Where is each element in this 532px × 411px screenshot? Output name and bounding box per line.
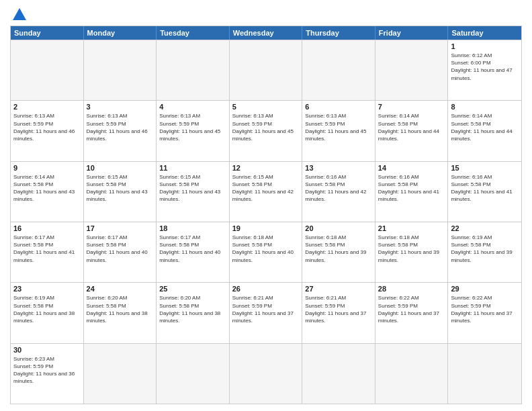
day-info: Sunrise: 6:16 AMSunset: 5:58 PMDaylight:… bbox=[451, 173, 519, 203]
day-number: 14 bbox=[378, 164, 445, 172]
calendar-cell: 22Sunrise: 6:19 AMSunset: 5:58 PMDayligh… bbox=[448, 222, 521, 282]
calendar-row: 30Sunrise: 6:23 AMSunset: 5:59 PMDayligh… bbox=[11, 343, 521, 404]
day-info: Sunrise: 6:20 AMSunset: 5:58 PMDaylight:… bbox=[159, 294, 226, 324]
calendar-row: 9Sunrise: 6:14 AMSunset: 5:58 PMDaylight… bbox=[11, 161, 521, 222]
day-info: Sunrise: 6:22 AMSunset: 5:59 PMDaylight:… bbox=[378, 294, 445, 324]
calendar-cell bbox=[157, 40, 230, 100]
day-number: 7 bbox=[378, 103, 445, 111]
calendar-cell: 6Sunrise: 6:13 AMSunset: 5:59 PMDaylight… bbox=[302, 101, 375, 161]
calendar-cell: 1Sunrise: 6:12 AMSunset: 6:00 PMDaylight… bbox=[448, 40, 521, 100]
calendar-cell: 11Sunrise: 6:15 AMSunset: 5:58 PMDayligh… bbox=[157, 162, 230, 222]
calendar-cell: 16Sunrise: 6:17 AMSunset: 5:58 PMDayligh… bbox=[11, 222, 84, 282]
calendar-cell bbox=[157, 344, 230, 404]
day-number: 11 bbox=[159, 164, 226, 172]
calendar-cell bbox=[302, 40, 375, 100]
day-number: 24 bbox=[87, 285, 154, 293]
calendar-cell: 27Sunrise: 6:21 AMSunset: 5:59 PMDayligh… bbox=[302, 283, 375, 342]
calendar-cell: 13Sunrise: 6:16 AMSunset: 5:58 PMDayligh… bbox=[302, 162, 375, 222]
day-info: Sunrise: 6:15 AMSunset: 5:58 PMDaylight:… bbox=[159, 173, 226, 203]
day-number: 9 bbox=[13, 164, 81, 172]
day-number: 12 bbox=[232, 164, 300, 172]
day-number: 6 bbox=[305, 103, 372, 111]
day-number: 8 bbox=[451, 103, 519, 111]
day-info: Sunrise: 6:20 AMSunset: 5:58 PMDaylight:… bbox=[87, 294, 154, 324]
calendar-cell: 15Sunrise: 6:16 AMSunset: 5:58 PMDayligh… bbox=[448, 162, 521, 222]
svg-marker-0 bbox=[13, 8, 26, 20]
calendar-cell: 4Sunrise: 6:13 AMSunset: 5:59 PMDaylight… bbox=[157, 101, 230, 161]
calendar-cell: 26Sunrise: 6:21 AMSunset: 5:59 PMDayligh… bbox=[230, 283, 303, 342]
header bbox=[10, 7, 522, 20]
day-number: 13 bbox=[305, 164, 372, 172]
calendar-cell: 23Sunrise: 6:19 AMSunset: 5:58 PMDayligh… bbox=[11, 283, 84, 342]
calendar-cell: 20Sunrise: 6:18 AMSunset: 5:58 PMDayligh… bbox=[302, 222, 375, 282]
day-info: Sunrise: 6:17 AMSunset: 5:58 PMDaylight:… bbox=[159, 234, 226, 264]
cal-header-cell: Saturday bbox=[448, 26, 521, 40]
day-info: Sunrise: 6:13 AMSunset: 5:59 PMDaylight:… bbox=[232, 112, 300, 142]
calendar-cell: 8Sunrise: 6:14 AMSunset: 5:58 PMDaylight… bbox=[448, 101, 521, 161]
cal-header-cell: Monday bbox=[84, 26, 157, 40]
calendar-row: 1Sunrise: 6:12 AMSunset: 6:00 PMDaylight… bbox=[11, 40, 521, 100]
day-info: Sunrise: 6:12 AMSunset: 6:00 PMDaylight:… bbox=[451, 52, 519, 82]
day-number: 28 bbox=[378, 285, 445, 293]
day-number: 3 bbox=[87, 103, 154, 111]
calendar-cell bbox=[448, 344, 521, 404]
day-info: Sunrise: 6:16 AMSunset: 5:58 PMDaylight:… bbox=[378, 173, 445, 203]
day-info: Sunrise: 6:13 AMSunset: 5:59 PMDaylight:… bbox=[159, 112, 226, 142]
cal-header-cell: Tuesday bbox=[157, 26, 230, 40]
calendar-cell bbox=[375, 40, 449, 100]
calendar-cell: 30Sunrise: 6:23 AMSunset: 5:59 PMDayligh… bbox=[11, 344, 84, 404]
day-number: 16 bbox=[13, 224, 81, 232]
day-number: 5 bbox=[232, 103, 300, 111]
day-number: 26 bbox=[232, 285, 300, 293]
day-info: Sunrise: 6:14 AMSunset: 5:58 PMDaylight:… bbox=[451, 112, 519, 142]
day-number: 18 bbox=[159, 224, 226, 232]
day-info: Sunrise: 6:18 AMSunset: 5:58 PMDaylight:… bbox=[305, 234, 372, 264]
calendar-row: 23Sunrise: 6:19 AMSunset: 5:58 PMDayligh… bbox=[11, 282, 521, 342]
day-number: 22 bbox=[451, 224, 519, 232]
calendar-cell: 10Sunrise: 6:15 AMSunset: 5:58 PMDayligh… bbox=[84, 162, 157, 222]
calendar: SundayMondayTuesdayWednesdayThursdayFrid… bbox=[10, 26, 522, 404]
day-info: Sunrise: 6:17 AMSunset: 5:58 PMDaylight:… bbox=[13, 234, 81, 264]
day-info: Sunrise: 6:13 AMSunset: 5:59 PMDaylight:… bbox=[87, 112, 154, 142]
day-number: 30 bbox=[13, 346, 81, 354]
calendar-body: 1Sunrise: 6:12 AMSunset: 6:00 PMDaylight… bbox=[11, 40, 521, 404]
calendar-cell: 25Sunrise: 6:20 AMSunset: 5:58 PMDayligh… bbox=[157, 283, 230, 342]
calendar-row: 2Sunrise: 6:13 AMSunset: 5:59 PMDaylight… bbox=[11, 100, 521, 161]
day-number: 1 bbox=[451, 42, 519, 50]
day-number: 15 bbox=[451, 164, 519, 172]
cal-header-cell: Friday bbox=[375, 26, 449, 40]
calendar-cell: 3Sunrise: 6:13 AMSunset: 5:59 PMDaylight… bbox=[84, 101, 157, 161]
calendar-cell: 7Sunrise: 6:14 AMSunset: 5:58 PMDaylight… bbox=[375, 101, 449, 161]
cal-header-cell: Sunday bbox=[11, 26, 84, 40]
calendar-cell: 12Sunrise: 6:15 AMSunset: 5:58 PMDayligh… bbox=[230, 162, 303, 222]
calendar-cell bbox=[11, 40, 84, 100]
calendar-cell: 17Sunrise: 6:17 AMSunset: 5:58 PMDayligh… bbox=[84, 222, 157, 282]
day-info: Sunrise: 6:17 AMSunset: 5:58 PMDaylight:… bbox=[87, 234, 154, 264]
day-number: 20 bbox=[305, 224, 372, 232]
calendar-header: SundayMondayTuesdayWednesdayThursdayFrid… bbox=[11, 26, 521, 40]
calendar-cell: 24Sunrise: 6:20 AMSunset: 5:58 PMDayligh… bbox=[84, 283, 157, 342]
calendar-cell bbox=[375, 344, 449, 404]
day-info: Sunrise: 6:23 AMSunset: 5:59 PMDaylight:… bbox=[13, 355, 81, 385]
day-info: Sunrise: 6:13 AMSunset: 5:59 PMDaylight:… bbox=[13, 112, 81, 142]
day-number: 4 bbox=[159, 103, 226, 111]
calendar-cell: 5Sunrise: 6:13 AMSunset: 5:59 PMDaylight… bbox=[230, 101, 303, 161]
calendar-cell: 21Sunrise: 6:18 AMSunset: 5:58 PMDayligh… bbox=[375, 222, 449, 282]
day-info: Sunrise: 6:18 AMSunset: 5:58 PMDaylight:… bbox=[378, 234, 445, 264]
logo-area bbox=[10, 7, 28, 20]
calendar-row: 16Sunrise: 6:17 AMSunset: 5:58 PMDayligh… bbox=[11, 222, 521, 282]
day-info: Sunrise: 6:21 AMSunset: 5:59 PMDaylight:… bbox=[305, 294, 372, 324]
day-number: 2 bbox=[13, 103, 81, 111]
day-number: 29 bbox=[451, 285, 519, 293]
day-number: 23 bbox=[13, 285, 81, 293]
day-info: Sunrise: 6:14 AMSunset: 5:58 PMDaylight:… bbox=[13, 173, 81, 203]
day-info: Sunrise: 6:21 AMSunset: 5:59 PMDaylight:… bbox=[232, 294, 300, 324]
day-info: Sunrise: 6:18 AMSunset: 5:58 PMDaylight:… bbox=[232, 234, 300, 264]
day-info: Sunrise: 6:19 AMSunset: 5:58 PMDaylight:… bbox=[13, 294, 81, 324]
day-info: Sunrise: 6:16 AMSunset: 5:58 PMDaylight:… bbox=[305, 173, 372, 203]
calendar-cell: 29Sunrise: 6:22 AMSunset: 5:59 PMDayligh… bbox=[448, 283, 521, 342]
day-number: 21 bbox=[378, 224, 445, 232]
day-number: 17 bbox=[87, 224, 154, 232]
day-info: Sunrise: 6:15 AMSunset: 5:58 PMDaylight:… bbox=[232, 173, 300, 203]
day-number: 10 bbox=[87, 164, 154, 172]
